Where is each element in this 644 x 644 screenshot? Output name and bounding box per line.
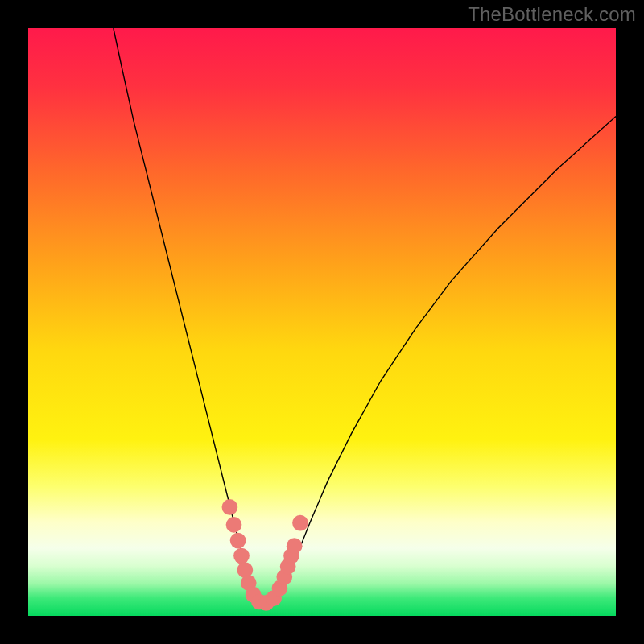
marker-dot	[222, 499, 238, 515]
main-curve	[114, 28, 616, 603]
chart-frame: TheBottleneck.com	[0, 0, 644, 644]
marker-dot	[233, 548, 250, 564]
marker-dot	[230, 533, 246, 549]
marker-dot	[226, 517, 242, 533]
marker-dot	[292, 515, 308, 531]
marker-dots	[222, 499, 308, 611]
plot-area	[28, 28, 616, 616]
watermark-text: TheBottleneck.com	[468, 3, 636, 26]
curve-layer	[28, 28, 616, 616]
marker-dot	[287, 538, 303, 554]
